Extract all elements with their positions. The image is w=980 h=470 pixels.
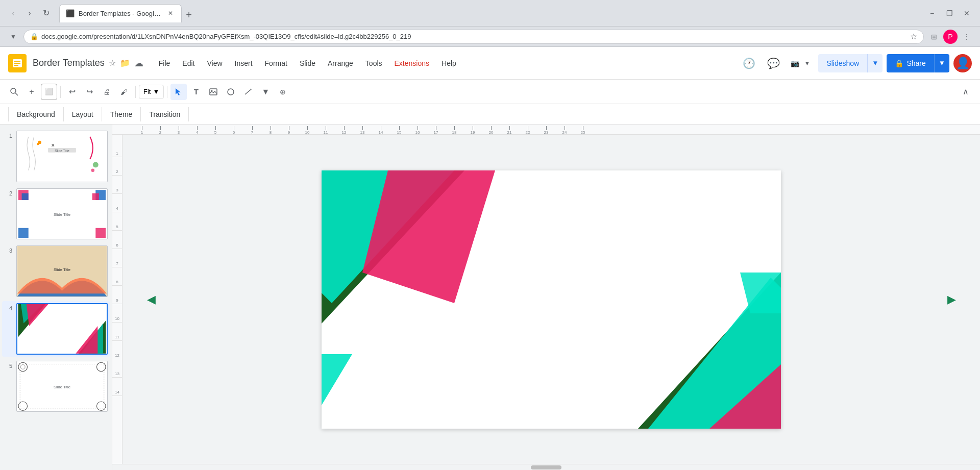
- special-chars-button[interactable]: ▼: [257, 84, 274, 100]
- print-button[interactable]: 🖨: [99, 84, 115, 100]
- slide-item-3[interactable]: 3 Slide Title: [2, 243, 110, 299]
- comment-button[interactable]: 💬: [763, 53, 783, 73]
- ruler-side-mark-4: 4: [112, 194, 122, 212]
- menu-view[interactable]: View: [202, 56, 227, 70]
- slide-next-button[interactable]: ▶: [943, 291, 960, 308]
- collapse-toolbar-button[interactable]: ∧: [958, 84, 974, 100]
- tick-24: 24: [555, 126, 574, 135]
- settings-button[interactable]: ⋮: [960, 30, 974, 44]
- divider-1: [60, 86, 61, 98]
- slideshow-dropdown-button[interactable]: ▼: [867, 54, 883, 72]
- theme-button[interactable]: Theme: [102, 107, 141, 121]
- add-slide-button[interactable]: +: [23, 84, 40, 100]
- menu-file[interactable]: File: [154, 56, 176, 70]
- slide-thumbnail-5: Slide Title: [16, 361, 108, 412]
- tab-bar: ⬛ Border Templates - Google Slid... ✕ +: [59, 4, 921, 22]
- tick-14: 14: [372, 126, 390, 135]
- slide-prev-button[interactable]: ◀: [143, 291, 159, 308]
- line-tool-button[interactable]: [240, 84, 256, 100]
- folder-button[interactable]: 📁: [120, 58, 130, 68]
- menu-insert[interactable]: Insert: [230, 56, 258, 70]
- close-button[interactable]: ✕: [960, 6, 974, 20]
- menu-extensions[interactable]: Extensions: [389, 56, 434, 70]
- history-button[interactable]: 🕐: [739, 53, 759, 73]
- app-title: Border Templates: [33, 58, 105, 68]
- address-bar-row: ▼ 🔒 docs.google.com/presentation/d/1LXsn…: [0, 27, 980, 47]
- svg-rect-25: [95, 228, 106, 238]
- menu-help[interactable]: Help: [436, 56, 461, 70]
- slide-item-5[interactable]: 5 Slide Title: [2, 359, 110, 414]
- share-dropdown-button[interactable]: ▼: [934, 54, 949, 72]
- slide-number-2: 2: [4, 188, 12, 196]
- minimize-button[interactable]: −: [925, 6, 939, 20]
- ruler-side-mark-1: 1: [112, 139, 122, 157]
- bookmark-button[interactable]: ☆: [910, 32, 917, 41]
- reload-button[interactable]: ↻: [39, 6, 53, 20]
- cloud-status-button[interactable]: ☁: [134, 58, 143, 69]
- tick-2: 2: [151, 126, 169, 135]
- tick-22: 22: [519, 126, 537, 135]
- transition-button[interactable]: Transition: [141, 107, 189, 121]
- app-header: Border Templates ☆ 📁 ☁ File Edit View In…: [0, 47, 980, 80]
- maximize-button[interactable]: ❐: [942, 6, 957, 20]
- tick-13: 13: [353, 126, 372, 135]
- lock-icon: 🔒: [30, 33, 38, 40]
- slide-thumbnail-1: Slide Title ✕: [16, 131, 108, 182]
- tick-8: 8: [261, 126, 280, 135]
- main-toolbar: + ⬜ ↩ ↪ 🖨 🖌 Fit ▼ T ▼ ⊕ ∧: [0, 80, 980, 104]
- star-button[interactable]: ☆: [109, 58, 116, 68]
- text-box-toolbar-button[interactable]: ⬜: [41, 84, 57, 100]
- shapes-tool-button[interactable]: [223, 84, 239, 100]
- slide-item-1[interactable]: 1 Slide Title: [2, 129, 110, 184]
- slide-item-4[interactable]: 4: [2, 301, 110, 357]
- undo-button[interactable]: ↩: [64, 84, 80, 100]
- profile-button-browser[interactable]: P: [943, 30, 958, 44]
- lock-icon-share: 🔒: [895, 59, 903, 67]
- ruler-side-mark-7: 7: [112, 249, 122, 267]
- svg-rect-21: [22, 193, 29, 200]
- back-button[interactable]: ‹: [6, 6, 20, 20]
- menu-arrange[interactable]: Arrange: [323, 56, 358, 70]
- slide-item-2[interactable]: 2 Slide Title: [2, 186, 110, 242]
- extensions-button[interactable]: ⊞: [927, 30, 941, 44]
- menu-tools[interactable]: Tools: [360, 56, 387, 70]
- app-title-area: Border Templates ☆ 📁 ☁: [33, 58, 143, 69]
- present-options-button[interactable]: 📷: [788, 53, 802, 73]
- paint-format-button[interactable]: 🖌: [116, 84, 132, 100]
- zoom-control[interactable]: Fit ▼: [139, 85, 164, 99]
- tick-21: 21: [500, 126, 519, 135]
- menu-format[interactable]: Format: [260, 56, 292, 70]
- line-icon: [243, 87, 253, 96]
- menu-edit[interactable]: Edit: [177, 56, 200, 70]
- image-tool-button[interactable]: [205, 84, 222, 100]
- ruler-side-mark-10: 10: [112, 304, 122, 323]
- tick-4: 4: [188, 126, 206, 135]
- svg-text:Slide Title: Slide Title: [54, 384, 70, 389]
- address-bar[interactable]: 🔒 docs.google.com/presentation/d/1LXsnDN…: [23, 30, 924, 44]
- tab-close-button[interactable]: ✕: [166, 9, 175, 18]
- menu-slide[interactable]: Slide: [295, 56, 321, 70]
- redo-button[interactable]: ↪: [81, 84, 97, 100]
- present-dropdown-small[interactable]: ▼: [802, 53, 812, 73]
- toolbar-right: ∧: [958, 84, 974, 100]
- cursor-tool-button[interactable]: [170, 84, 187, 100]
- accessibility-button[interactable]: ⊕: [275, 84, 291, 100]
- tick-9: 9: [280, 126, 298, 135]
- ruler-side-mark-8: 8: [112, 267, 122, 286]
- horizontal-scrollbar[interactable]: [112, 464, 980, 470]
- forward-button[interactable]: ›: [22, 6, 37, 20]
- slideshow-button[interactable]: Slideshow: [818, 54, 867, 72]
- svg-line-9: [245, 89, 251, 94]
- menu-dropdown-button[interactable]: ▼: [6, 30, 20, 44]
- tick-11: 11: [316, 126, 335, 135]
- text-tool-button[interactable]: T: [188, 84, 204, 100]
- layout-button[interactable]: Layout: [64, 107, 102, 121]
- shapes-icon: [226, 87, 235, 96]
- background-button[interactable]: Background: [8, 107, 64, 121]
- share-button[interactable]: 🔒 Share: [887, 54, 934, 72]
- slide-canvas[interactable]: [322, 170, 781, 429]
- user-avatar[interactable]: 👤: [953, 54, 972, 72]
- active-tab[interactable]: ⬛ Border Templates - Google Slid... ✕: [59, 4, 182, 22]
- new-tab-button[interactable]: +: [182, 8, 196, 22]
- search-toolbar-button[interactable]: [6, 84, 22, 100]
